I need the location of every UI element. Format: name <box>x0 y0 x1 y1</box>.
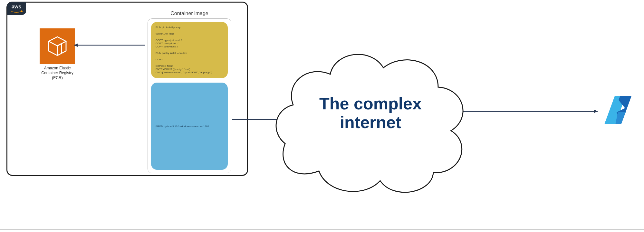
ecr-caption-line2: (ECR) <box>38 76 77 80</box>
container-image-group: Container image RUN pip install poetry W… <box>148 11 231 173</box>
ecr-caption-line1: Amazon Elastic Container Registry <box>38 66 77 76</box>
ecr-icon <box>40 28 75 64</box>
azure-logo-icon <box>602 94 635 126</box>
internet-cloud: The complex internet <box>271 29 470 197</box>
container-image-title: Container image <box>148 11 231 16</box>
dockerfile-layer-top: RUN pip install poetry WORKDIR /app COPY… <box>151 22 228 78</box>
cloud-label: The complex internet <box>319 94 422 132</box>
ecr-service: Amazon Elastic Container Registry (ECR) <box>38 28 77 80</box>
ecr-box-icon <box>46 35 69 57</box>
dockerfile-layer-bottom: FROM python:3.10.1-windowsservercore-180… <box>151 83 228 170</box>
aws-logo-badge: aws <box>7 2 26 15</box>
aws-region-frame: aws Amazon Elastic Container Registry (E… <box>6 2 248 176</box>
ecr-caption: Amazon Elastic Container Registry (ECR) <box>38 66 77 80</box>
container-image-box: RUN pip install poetry WORKDIR /app COPY… <box>148 18 231 173</box>
bottom-divider <box>0 229 644 229</box>
aws-smile-icon <box>11 9 22 13</box>
